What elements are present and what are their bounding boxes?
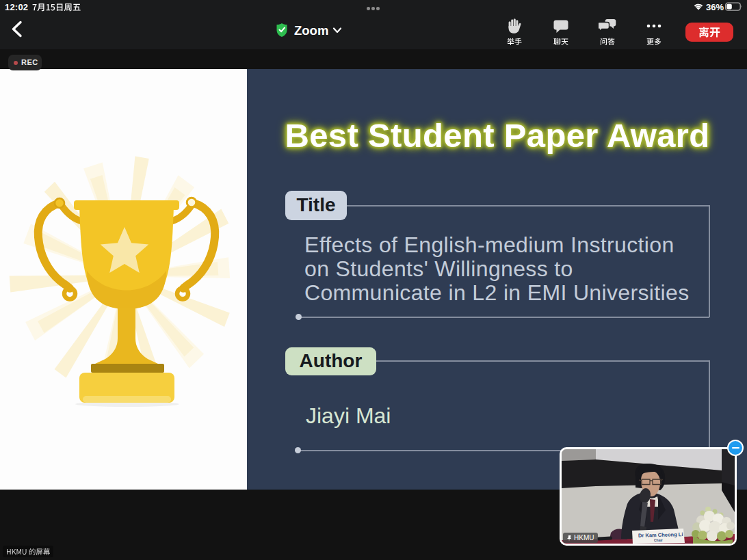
svg-text:Chair: Chair bbox=[654, 538, 663, 542]
svg-text:36%: 36% bbox=[706, 2, 724, 12]
svg-text:Zoom: Zoom bbox=[294, 23, 328, 38]
